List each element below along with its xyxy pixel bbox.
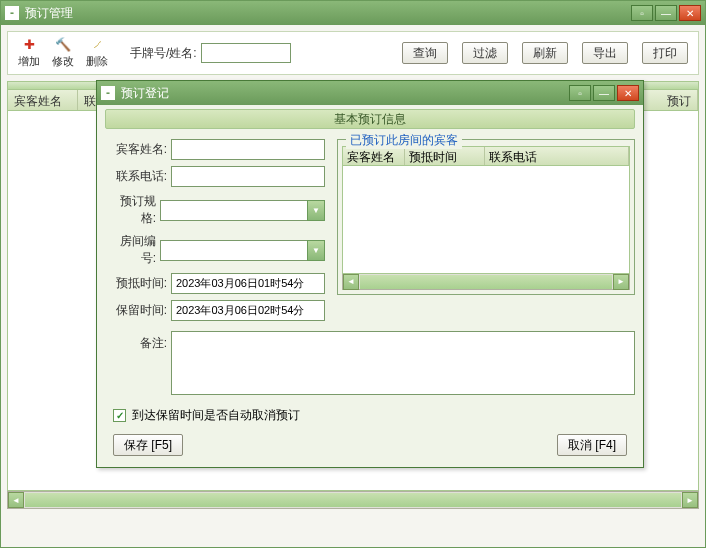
main-title: 预订管理	[25, 5, 73, 22]
auto-cancel-checkbox[interactable]: ✓	[113, 409, 126, 422]
existing-col-arrive[interactable]: 预抵时间	[405, 147, 485, 165]
form-left: 宾客姓名: 联系电话: 预订规格: ▼ 房间编号:	[105, 139, 325, 327]
minimize-button[interactable]: —	[655, 5, 677, 21]
room-label: 房间编号:	[105, 233, 156, 267]
dialog-control-icon[interactable]: -	[101, 86, 115, 100]
contact-label: 联系电话:	[105, 168, 167, 185]
scroll-right-icon[interactable]: ►	[613, 274, 629, 290]
close-button[interactable]: ✕	[679, 5, 701, 21]
search-input[interactable]	[201, 43, 291, 63]
filter-button[interactable]: 过滤	[462, 42, 508, 64]
scroll-left-icon[interactable]: ◄	[343, 274, 359, 290]
scroll-track[interactable]	[360, 275, 612, 289]
hold-label: 保留时间:	[105, 302, 167, 319]
booking-dialog: - 预订登记 ▫ — ✕ 基本预订信息 宾客姓名: 联系电话: 预订规格:	[96, 80, 644, 468]
arrive-label: 预抵时间:	[105, 275, 167, 292]
arrive-input[interactable]	[171, 273, 325, 294]
spec-dropdown-button[interactable]: ▼	[307, 200, 325, 221]
guest-name-label: 宾客姓名:	[105, 141, 167, 158]
refresh-button[interactable]: 刷新	[522, 42, 568, 64]
cancel-button[interactable]: 取消 [F4]	[557, 434, 627, 456]
add-button[interactable]: ✚ 增加	[18, 38, 40, 69]
search-label: 手牌号/姓名:	[130, 45, 197, 62]
dialog-titlebar: - 预订登记 ▫ — ✕	[97, 81, 643, 105]
scroll-left-icon[interactable]: ◄	[8, 492, 24, 508]
delete-button[interactable]: ⟋ 删除	[86, 38, 108, 69]
scroll-right-icon[interactable]: ►	[682, 492, 698, 508]
remark-label: 备注:	[105, 331, 167, 395]
dialog-restore-button[interactable]: ▫	[569, 85, 591, 101]
dialog-title: 预订登记	[121, 85, 169, 102]
scroll-track[interactable]	[25, 493, 681, 507]
export-button[interactable]: 导出	[582, 42, 628, 64]
plus-icon: ✚	[21, 38, 37, 52]
room-dropdown-button[interactable]: ▼	[307, 240, 325, 261]
col-booking[interactable]: 预订	[648, 90, 698, 110]
print-button[interactable]: 打印	[642, 42, 688, 64]
remark-input[interactable]	[171, 331, 635, 395]
existing-bookings-fieldset: 已预订此房间的宾客 宾客姓名 预抵时间 联系电话 ◄ ►	[337, 139, 635, 295]
fieldset-legend: 已预订此房间的宾客	[346, 132, 462, 149]
existing-header: 宾客姓名 预抵时间 联系电话	[342, 146, 630, 166]
spec-input[interactable]	[160, 200, 307, 221]
section-header: 基本预订信息	[105, 109, 635, 129]
restore-button[interactable]: ▫	[631, 5, 653, 21]
wand-icon: ⟋	[89, 38, 105, 52]
window-control-icon[interactable]: -	[5, 6, 19, 20]
room-input[interactable]	[160, 240, 307, 261]
guest-name-input[interactable]	[171, 139, 325, 160]
existing-col-name[interactable]: 宾客姓名	[343, 147, 405, 165]
dialog-minimize-button[interactable]: —	[593, 85, 615, 101]
hold-input[interactable]	[171, 300, 325, 321]
horizontal-scrollbar[interactable]: ◄ ►	[7, 491, 699, 509]
existing-body	[342, 166, 630, 274]
spec-label: 预订规格:	[105, 193, 156, 227]
toolbar: ✚ 增加 🔨 修改 ⟋ 删除 手牌号/姓名: 查询 过滤 刷新 导出 打印	[7, 31, 699, 75]
existing-col-contact[interactable]: 联系电话	[485, 147, 629, 165]
edit-button[interactable]: 🔨 修改	[52, 38, 74, 69]
contact-input[interactable]	[171, 166, 325, 187]
auto-cancel-label: 到达保留时间是否自动取消预订	[132, 407, 300, 424]
dialog-close-button[interactable]: ✕	[617, 85, 639, 101]
hammer-icon: 🔨	[55, 38, 71, 52]
save-button[interactable]: 保存 [F5]	[113, 434, 183, 456]
col-guest-name[interactable]: 宾客姓名	[8, 90, 78, 110]
main-titlebar: - 预订管理 ▫ — ✕	[1, 1, 705, 25]
existing-scrollbar[interactable]: ◄ ►	[342, 274, 630, 290]
query-button[interactable]: 查询	[402, 42, 448, 64]
